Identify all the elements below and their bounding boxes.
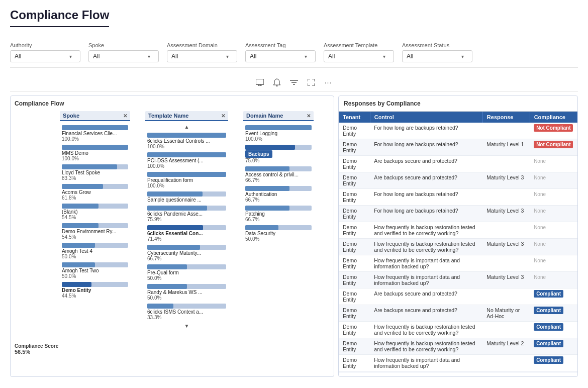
table-row[interactable]: Demo Entity For how long are backups ret…	[339, 123, 577, 139]
filter-assessment-template-label: Assessment Template	[324, 42, 394, 48]
domain-node-1[interactable]: Backups 75.0%	[243, 144, 314, 164]
cell-tenant: Demo Entity	[339, 255, 370, 272]
scroll-down-button[interactable]: ▼	[145, 322, 228, 330]
spoke-node-5[interactable]: Demo Environment Ry... 54.5%	[60, 222, 130, 241]
template-node-8[interactable]: Randy & Marekus WS ... 50.0%	[145, 283, 228, 302]
cell-compliance: Compliant	[530, 288, 577, 305]
table-row[interactable]: Demo Entity For how long are backups ret…	[339, 139, 577, 156]
cell-response	[482, 222, 530, 239]
template-node-3[interactable]: Sample questionnaire ...	[145, 190, 228, 204]
monitor-icon[interactable]	[254, 77, 265, 88]
flow-panel-title: Compliance Flow	[15, 100, 330, 107]
cell-tenant: Demo Entity	[339, 123, 370, 139]
template-column-label: Template Name	[148, 113, 189, 119]
template-node-6[interactable]: Cybersecurity Maturity... 66.7%	[145, 244, 228, 262]
cell-compliance: Compliant	[530, 322, 577, 338]
filter-assessment-tag: Assessment Tag All ▾	[245, 42, 316, 62]
table-row[interactable]: Demo Entity How frequently is important …	[339, 355, 577, 371]
bell-icon[interactable]	[271, 77, 282, 88]
spoke-node-0[interactable]: Financial Services Clie... 100.0%	[60, 124, 130, 143]
template-close-icon[interactable]: ✕	[221, 113, 225, 119]
filter-assessment-template-select[interactable]: All ▾	[324, 50, 394, 62]
table-row[interactable]: Demo Entity Are backups secure and prote…	[339, 172, 577, 189]
filter-authority-value: All	[15, 53, 21, 60]
chevron-down-icon: ▾	[305, 54, 307, 59]
cell-compliance: None	[530, 222, 577, 239]
table-row[interactable]: Demo Entity How frequently is important …	[339, 272, 577, 288]
expand-icon[interactable]	[306, 77, 317, 88]
template-node-0[interactable]: 6clicks Essential Controls ... 100.0%	[145, 132, 228, 150]
spoke-node-3[interactable]: Acorns Grow 61.8%	[60, 183, 130, 202]
cell-response	[482, 189, 530, 206]
filter-assessment-status-label: Assessment Status	[402, 42, 472, 48]
col-response: Response	[482, 112, 530, 123]
domain-node-0[interactable]: Event Logging 100.0%	[243, 124, 314, 143]
toolbar: ···	[10, 74, 578, 91]
page-title: Compliance Flow	[10, 8, 109, 27]
table-row[interactable]: Demo Entity How frequently is important …	[339, 371, 577, 373]
template-node-2[interactable]: Prequalification form 100.0%	[145, 171, 228, 189]
compliance-badge-none: None	[534, 241, 546, 247]
sankey-container: Compliance Score 56.5% Spoke ✕ Financial…	[15, 111, 330, 372]
table-scroll[interactable]: Tenant Control Response Compliance Demo …	[339, 112, 577, 373]
table-row[interactable]: Demo Entity How frequently is backup res…	[339, 222, 577, 239]
filter-assessment-status: Assessment Status All ▾	[402, 42, 472, 62]
spoke-node-2[interactable]: Lloyd Test Spoke 83.3%	[60, 163, 130, 182]
scroll-up-button[interactable]: ▲	[145, 123, 228, 131]
table-row[interactable]: Demo Entity How frequently is important …	[339, 255, 577, 272]
col-control: Control	[370, 112, 482, 123]
compliance-badge-none: None	[534, 208, 546, 214]
template-node-9[interactable]: 6clicks ISMS Context a... 33.3%	[145, 303, 228, 321]
filter-spoke-label: Spoke	[88, 42, 159, 48]
svg-point-4	[276, 85, 278, 87]
cell-compliance: Not Compliant	[530, 139, 577, 156]
cell-tenant: Demo Entity	[339, 272, 370, 288]
table-row[interactable]: Demo Entity Are backups secure and prote…	[339, 305, 577, 322]
table-row[interactable]: Demo Entity How frequently is backup res…	[339, 338, 577, 355]
chevron-down-icon: ▾	[69, 54, 72, 59]
cell-response: Maturity Level 3	[482, 371, 530, 373]
domain-node-4[interactable]: Patching 66.7%	[243, 205, 314, 223]
table-panel: Responses by Compliance Tenant Control R…	[338, 95, 578, 377]
chevron-down-icon: ▾	[148, 54, 150, 59]
compliance-badge-compliant: Compliant	[534, 340, 563, 347]
spoke-node-4[interactable]: (Blank) 54.5%	[60, 203, 130, 221]
template-node-7[interactable]: Pre-Qual form 50.0%	[145, 263, 228, 282]
cell-tenant: Demo Entity	[339, 338, 370, 355]
table-row[interactable]: Demo Entity How frequently is backup res…	[339, 239, 577, 255]
domain-node-3[interactable]: Authentication 66.7%	[243, 185, 314, 204]
spoke-close-icon[interactable]: ✕	[123, 113, 127, 119]
domain-close-icon[interactable]: ✕	[307, 113, 311, 119]
spoke-node-8[interactable]: Demo Entity 44.5%	[60, 281, 130, 300]
table-row[interactable]: Demo Entity For how long are backups ret…	[339, 189, 577, 206]
table-row[interactable]: Demo Entity How frequently is backup res…	[339, 322, 577, 338]
filter-assessment-domain-select[interactable]: All ▾	[167, 50, 237, 62]
filter-spoke-value: All	[93, 53, 100, 60]
template-node-4[interactable]: 6clicks Pandemic Asse... 75.9%	[145, 205, 228, 223]
filter-spoke-select[interactable]: All ▾	[88, 50, 159, 62]
table-row[interactable]: Demo Entity For how long are backups ret…	[339, 206, 577, 222]
more-options-icon[interactable]: ···	[323, 77, 334, 88]
compliance-badge-none: None	[534, 258, 546, 263]
spoke-node-1[interactable]: MMS Demo 100.0%	[60, 144, 130, 162]
template-node-1[interactable]: PCI-DSS Assessment (... 100.0%	[145, 151, 228, 170]
table-row[interactable]: Demo Entity Are backups secure and prote…	[339, 156, 577, 172]
page-container: Compliance Flow Authority All ▾ Spoke Al…	[0, 0, 588, 388]
domain-nodes: Event Logging 100.0% Backups 75.0% Acces…	[243, 123, 314, 244]
filter-authority-select[interactable]: All ▾	[10, 50, 80, 62]
filter-assessment-tag-select[interactable]: All ▾	[245, 50, 316, 62]
spoke-node-7[interactable]: Amogh Test Two 50.0%	[60, 261, 130, 280]
template-node-5[interactable]: 6clicks Essential Con... 71.4%	[145, 224, 228, 243]
table-row[interactable]: Demo Entity Are backups secure and prote…	[339, 288, 577, 305]
filter-assessment-status-select[interactable]: All ▾	[402, 50, 472, 62]
domain-node-5[interactable]: Data Security 50.0%	[243, 224, 314, 243]
cell-response: Maturity Level 1	[482, 139, 530, 156]
cell-control: How frequently is important data and inf…	[370, 371, 482, 373]
filter-lines-icon[interactable]	[288, 77, 300, 88]
cell-control: For how long are backups retained?	[370, 139, 482, 156]
cell-control: Are backups secure and protected?	[370, 305, 482, 322]
spoke-node-6[interactable]: Amogh Test 4 50.0%	[60, 242, 130, 260]
domain-column-label: Domain Name	[246, 113, 283, 119]
domain-node-2[interactable]: Access control & privil... 66.7%	[243, 165, 314, 184]
cell-tenant: Demo Entity	[339, 305, 370, 322]
